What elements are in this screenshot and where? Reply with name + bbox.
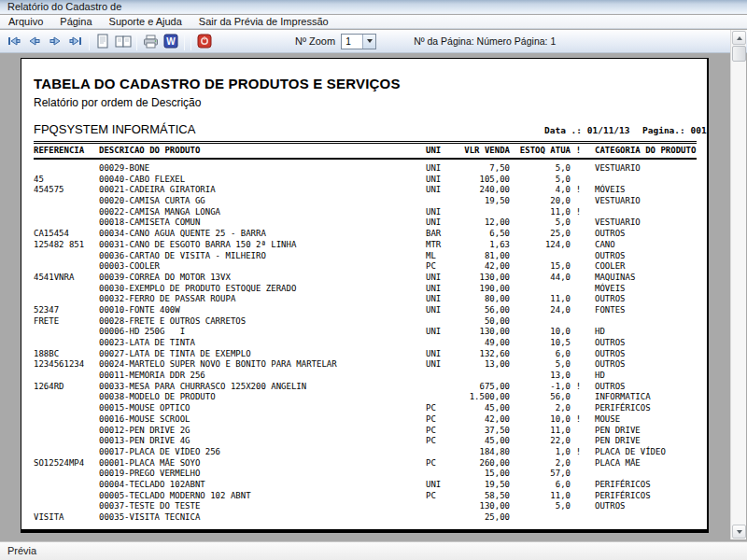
table-cell: MÓVEIS	[586, 185, 626, 196]
table-cell: UNI	[426, 207, 458, 218]
table-cell	[571, 403, 586, 414]
table-cell	[426, 196, 458, 207]
table-cell: UNI	[426, 146, 458, 157]
table-cell	[586, 469, 595, 480]
table-cell: 190,00	[458, 284, 510, 295]
table-cell: !	[571, 185, 586, 196]
zoom-combo[interactable]: 1	[341, 34, 376, 49]
table-cell: 25,0	[510, 229, 571, 240]
table-cell: 00023-LATA DE TINTA	[99, 338, 426, 349]
table-cell: 00028-FRETE E OUTROS CARRETOS	[99, 316, 426, 328]
table-cell: INFORMATICA	[586, 392, 651, 403]
table-cell: 00012-PEN DRIVE 2G	[99, 426, 426, 437]
table-cell: 5,0	[510, 163, 571, 175]
table-cell: 6,50	[458, 229, 510, 240]
table-cell: 56,00	[458, 305, 510, 316]
menu-sair-previa[interactable]: Sair da Prévia de Impressão	[190, 15, 337, 29]
table-row: 123456123400024-MARTELO SUPER NOVO E BON…	[21, 359, 710, 371]
status-text: Prévia	[7, 545, 36, 556]
table-cell: 00022-CAMISA MANGA LONGA	[99, 207, 426, 218]
table-cell: UNI	[426, 163, 458, 175]
table-cell: 130,00	[458, 501, 510, 512]
single-page-view-button[interactable]	[92, 32, 113, 51]
table-cell: 10,5	[510, 338, 571, 349]
preview-window: Relatório do Cadastro de Arquivo Página …	[0, 0, 747, 560]
table-cell: ML	[426, 251, 458, 262]
menu-pagina[interactable]: Página	[51, 15, 100, 29]
table-cell	[426, 382, 458, 393]
table-cell	[34, 327, 99, 338]
table-cell	[34, 469, 99, 480]
next-page-icon	[48, 35, 63, 47]
table-cell: OUTROS	[586, 294, 626, 305]
table-cell: 58,50	[458, 491, 510, 502]
table-cell: 00018-CAMISETA COMUN	[99, 217, 426, 229]
table-cell: 105,00	[458, 175, 510, 186]
single-page-icon	[96, 34, 109, 49]
table-cell: VISITA	[34, 512, 99, 524]
table-cell	[571, 349, 586, 360]
table-cell: UNI	[426, 217, 458, 229]
table-cell: CATEGORIA DO PRODUTO	[586, 146, 696, 157]
table-cell: 19,50	[458, 196, 510, 207]
table-row: 45457500021-CADEIRA GIRATORIAUNI240,004,…	[21, 185, 710, 196]
scrollbar-thumb[interactable]	[732, 46, 746, 62]
menu-bar: Arquivo Página Suporte e Ajuda Sair da P…	[0, 15, 747, 29]
table-cell: 7,50	[458, 163, 510, 175]
table-cell: 45	[34, 175, 99, 186]
export-word-button[interactable]: W	[161, 32, 181, 51]
table-cell: 454575	[34, 185, 99, 196]
first-page-button[interactable]	[4, 32, 24, 51]
table-row: 00003-COOLERPC42,0015,0COOLER	[21, 261, 710, 273]
table-cell	[571, 327, 586, 338]
close-preview-button[interactable]	[194, 32, 215, 51]
last-page-button[interactable]	[65, 32, 86, 51]
table-cell: UNI	[426, 185, 458, 196]
table-cell	[34, 501, 99, 512]
scroll-down-icon[interactable]	[732, 525, 746, 539]
scroll-up-icon[interactable]	[732, 31, 746, 45]
table-cell	[34, 414, 99, 426]
table-cell	[586, 207, 595, 218]
table-cell: SO12524MP4	[34, 458, 99, 469]
zoom-dropdown-arrow-icon[interactable]	[362, 35, 375, 49]
table-cell: 13,0	[510, 371, 571, 382]
table-cell: 6,0	[510, 480, 571, 491]
table-cell	[571, 392, 586, 403]
table-cell	[571, 469, 586, 480]
table-row: 00037-TESTE DO TESTE130,005,0OUTROS	[21, 501, 710, 512]
table-cell	[510, 284, 571, 295]
table-cell: 2,0	[510, 458, 571, 469]
table-cell: 5,0	[510, 217, 571, 229]
table-cell: UNI	[426, 273, 458, 284]
table-cell: 12,00	[458, 217, 510, 229]
table-body: 00029-BONEUNI7,505,0VESTUARIO4500040-CAB…	[21, 163, 710, 524]
table-cell: OUTROS	[586, 251, 626, 262]
table-cell	[571, 163, 586, 175]
table-cell	[34, 480, 99, 491]
table-cell: OUTROS	[586, 349, 626, 360]
previous-page-button[interactable]	[24, 32, 45, 51]
table-cell: 4,0	[510, 185, 571, 196]
table-cell: 24,0	[510, 305, 571, 316]
header-rule	[34, 141, 697, 144]
report-table: REFERENCIADESCRICAO DO PRODUTOUNIVLR VEN…	[21, 146, 710, 524]
window-title: Relatório do Cadastro de	[7, 1, 121, 12]
first-page-icon	[7, 35, 21, 47]
vertical-scrollbar[interactable]	[730, 30, 746, 539]
toolbar: W Nº Zoom 1 Nº da Página: Número Página:…	[0, 30, 747, 53]
two-page-view-button[interactable]	[113, 32, 134, 51]
table-cell: VESTUARIO	[586, 163, 641, 175]
table-cell: 4541VNRA	[34, 273, 99, 284]
menu-arquivo[interactable]: Arquivo	[0, 15, 51, 29]
table-row: 00022-CAMISA MANGA LONGAUNI11,0!	[21, 207, 710, 218]
menu-suporte-ajuda[interactable]: Suporte e Ajuda	[101, 15, 190, 29]
table-cell: 5,0	[510, 175, 571, 186]
table-row: 00006-HD 250G IUNI130,0010,0HD	[21, 327, 710, 338]
table-cell: 45,00	[458, 436, 510, 447]
table-cell: PEN DRIVE	[586, 436, 641, 447]
print-button[interactable]	[140, 32, 161, 51]
table-cell: 1264RD	[34, 382, 99, 393]
next-page-button[interactable]	[45, 32, 65, 51]
toolbar-separator	[184, 33, 185, 50]
